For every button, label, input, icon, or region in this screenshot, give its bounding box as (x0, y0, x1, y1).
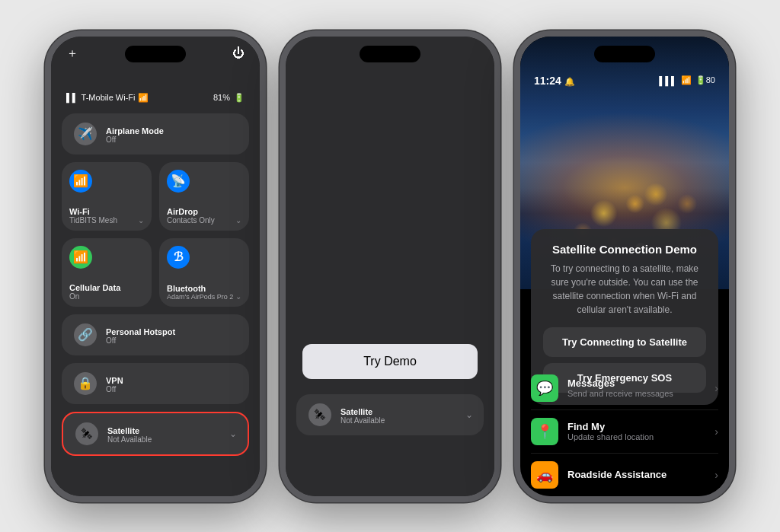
battery-percent: 81% (213, 93, 230, 102)
findmy-icon: 📍 (531, 418, 558, 445)
airdrop-labels: AirDrop Contacts Only (167, 204, 241, 225)
airplane-icon: ✈️ (74, 123, 97, 145)
p2-satellite-tile[interactable]: 🛰 Satellite Not Available ⌄ (296, 394, 484, 435)
p2-satellite-icon: 🛰 (308, 403, 331, 426)
carrier-wifi: ▌▌ T-Mobile Wi-Fi 📶 (66, 93, 149, 103)
battery-status: 81% 🔋 (213, 93, 245, 103)
status-bar: ▌▌ T-Mobile Wi-Fi 📶 81% 🔋 (51, 93, 260, 103)
p2-dynamic-island (360, 46, 420, 62)
plus-icon: ＋ (66, 46, 78, 62)
carrier-label: T-Mobile Wi-Fi (82, 93, 136, 102)
phone3-frame: 11:24 🔔 ▌▌▌ 📶 🔋80 Satellite Connection D… (514, 30, 735, 502)
phone2-frame: Try Demo 🛰 Satellite Not Available ⌄ (280, 30, 500, 502)
wifi-icon: 📶 (138, 93, 149, 103)
roadside-chevron: › (714, 469, 718, 481)
cellular-icon: 📶 (69, 246, 92, 269)
findmy-chevron: › (714, 425, 718, 438)
airdrop-chevron: ⌄ (235, 216, 241, 225)
p2-satellite-chevron: ⌄ (465, 409, 473, 420)
airplane-label: Airplane Mode Off (106, 123, 164, 144)
p2-satellite-labels: Satellite Not Available (340, 404, 385, 425)
vpn-labels: VPN Off (106, 373, 123, 393)
try-connecting-button[interactable]: Try Connecting to Satellite (543, 327, 706, 357)
satellite-demo-screen: Try Demo 🛰 Satellite Not Available ⌄ (286, 37, 494, 496)
airplane-tile[interactable]: ✈️ Airplane Mode Off (62, 113, 249, 155)
p3-dynamic-island (594, 46, 655, 62)
airdrop-tile[interactable]: 📡 AirDrop Contacts Only ⌄ (159, 162, 249, 231)
vpn-icon: 🔒 (74, 372, 97, 395)
satellite-chevron: ⌄ (229, 428, 237, 439)
satellite-tile[interactable]: 🛰 Satellite Not Available ⌄ (62, 412, 249, 456)
phone1-frame: ＋ ⏻ ▌▌ T-Mobile Wi-Fi 📶 81% 🔋 ✈️ (45, 30, 266, 502)
bluetooth-labels: Bluetooth Adam's AirPods Pro 2 (167, 281, 241, 301)
tiles-section: ✈️ Airplane Mode Off (51, 113, 260, 155)
messages-text: Messages Send and receive messages (567, 377, 705, 398)
p3-wifi-icon: 📶 (681, 75, 692, 85)
bell-icon: 🔔 (564, 77, 575, 86)
cellular-tile[interactable]: 📶 Cellular Data On (62, 238, 152, 307)
wifi-chevron: ⌄ (138, 216, 144, 225)
p3-time: 11:24 🔔 (534, 75, 575, 87)
p3-status-bar: 11:24 🔔 ▌▌▌ 📶 🔋80 (520, 75, 729, 87)
satellite-connection-screen: 11:24 🔔 ▌▌▌ 📶 🔋80 Satellite Connection D… (520, 37, 729, 496)
p3-battery-icon: 🔋80 (695, 75, 715, 85)
messages-app-row[interactable]: 💬 Messages Send and receive messages › (531, 367, 718, 410)
p3-signal-icon: ▌▌▌ (659, 76, 676, 85)
messages-chevron: › (714, 382, 718, 394)
hotspot-icon: 🔗 (74, 323, 97, 346)
hotspot-tile[interactable]: 🔗 Personal Hotspot Off (62, 314, 249, 355)
signal-bars-icon: ▌▌ (66, 93, 78, 102)
findmy-app-row[interactable]: 📍 Find My Update shared location › (531, 410, 718, 454)
apps-list: 💬 Messages Send and receive messages › 📍… (531, 367, 718, 496)
connectivity-grid: 📶 Wi-Fi TidBITS Mesh ⌄ 📡 AirDrop Contact… (51, 162, 260, 307)
airdrop-icon: 📡 (167, 170, 190, 193)
roadside-text: Roadside Assistance (567, 469, 705, 480)
vpn-tile[interactable]: 🔒 VPN Off (62, 363, 249, 404)
extra-tiles: 🔗 Personal Hotspot Off 🔒 VPN Off 🛰 (51, 314, 260, 456)
dynamic-island (125, 46, 186, 62)
hotspot-labels: Personal Hotspot Off (106, 324, 175, 345)
bluetooth-chevron: ⌄ (235, 292, 241, 301)
power-icon: ⏻ (232, 46, 245, 60)
bluetooth-tile[interactable]: ℬ Bluetooth Adam's AirPods Pro 2 ⌄ (159, 238, 249, 307)
roadside-app-row[interactable]: 🚗 Roadside Assistance › (531, 454, 718, 496)
battery-icon: 🔋 (234, 93, 245, 103)
cellular-labels: Cellular Data On (69, 280, 144, 301)
try-demo-button[interactable]: Try Demo (302, 344, 478, 379)
roadside-icon: 🚗 (531, 461, 558, 489)
wifi-labels: Wi-Fi TidBITS Mesh (69, 204, 144, 225)
findmy-text: Find My Update shared location (567, 421, 705, 441)
messages-icon: 💬 (531, 374, 558, 402)
satellite-icon: 🛰 (75, 422, 98, 445)
wifi-tile[interactable]: 📶 Wi-Fi TidBITS Mesh ⌄ (62, 162, 152, 231)
control-center-screen: ＋ ⏻ ▌▌ T-Mobile Wi-Fi 📶 81% 🔋 ✈️ (51, 37, 260, 496)
modal-body: To try connecting to a satellite, make s… (543, 262, 706, 317)
wifi-icon: 📶 (69, 170, 92, 193)
bluetooth-icon: ℬ (167, 246, 190, 269)
satellite-labels: Satellite Not Available (107, 423, 152, 444)
modal-title: Satellite Connection Demo (543, 243, 706, 256)
p3-status-icons: ▌▌▌ 📶 🔋80 (659, 75, 715, 85)
